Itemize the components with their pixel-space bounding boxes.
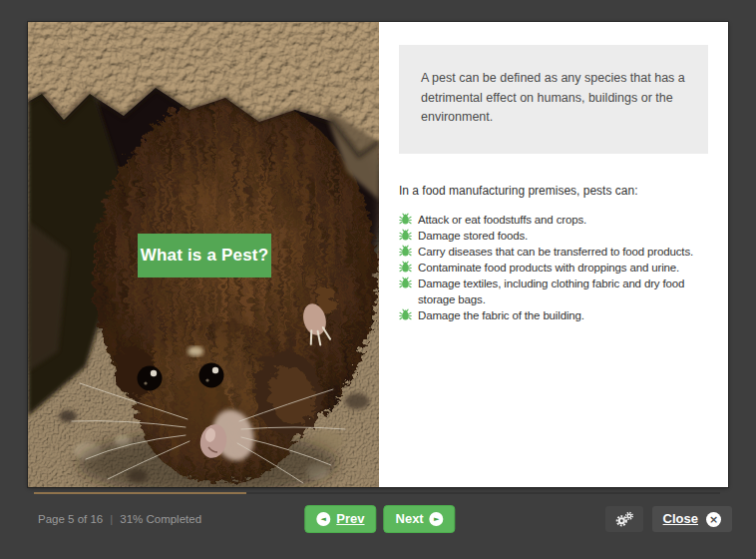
slide-navigation: ◄ Prev Next ► <box>304 505 455 533</box>
prev-button[interactable]: ◄ Prev <box>304 505 376 533</box>
list-item: Damage stored foods. <box>399 228 708 244</box>
list-item-text: Damage the fabric of the building. <box>418 307 584 323</box>
settings-button[interactable] <box>605 506 643 532</box>
page-info-separator: | <box>110 513 113 525</box>
pest-effects-list: Attack or eat foodstuffs and crops. Dama… <box>399 212 708 323</box>
text-panel: A pest can be defined as any species tha… <box>379 22 728 487</box>
list-item-text: Damage stored foods. <box>418 228 528 244</box>
next-button[interactable]: Next ► <box>384 505 456 533</box>
next-button-label: Next <box>396 512 424 526</box>
list-item-text: Attack or eat foodstuffs and crops. <box>418 212 586 228</box>
definition-box: A pest can be defined as any species tha… <box>399 45 708 154</box>
list-item-text: Carry diseases that can be transferred t… <box>418 244 693 260</box>
slide-title-overlay: What is a Pest? <box>138 234 271 278</box>
player-controls: Close × <box>605 506 732 532</box>
prev-button-label: Prev <box>336 512 364 526</box>
bug-icon <box>399 308 412 321</box>
rat-eye-right <box>199 363 224 388</box>
chevron-circle-right-icon: ► <box>430 512 444 526</box>
list-item: Contaminate food products with droppings… <box>399 260 708 276</box>
bug-icon <box>399 277 412 289</box>
bug-icon <box>399 245 412 258</box>
close-button-label: Close <box>663 511 698 527</box>
footer-bar: Page 5 of 16 | 31% Completed ◄ Prev Next… <box>28 502 732 536</box>
rat-eye-left <box>138 366 163 391</box>
definition-text: A pest can be defined as any species tha… <box>421 69 686 128</box>
close-circle-icon: × <box>706 512 721 527</box>
completion-text: 31% Completed <box>120 513 201 525</box>
gears-icon <box>614 511 634 527</box>
chevron-circle-left-icon: ◄ <box>316 512 330 526</box>
intro-text: In a food manufacturing premises, pests … <box>399 184 708 199</box>
bug-icon <box>399 261 412 274</box>
slide-content: What is a Pest? A pest can be defined as… <box>28 22 728 487</box>
progress-bar <box>34 492 720 494</box>
list-item: Attack or eat foodstuffs and crops. <box>399 212 708 228</box>
bug-icon <box>399 229 412 242</box>
page-info: Page 5 of 16 | 31% Completed <box>38 513 201 525</box>
list-item-text: Contaminate food products with droppings… <box>418 260 679 276</box>
page-number-text: Page 5 of 16 <box>38 513 103 525</box>
progress-fill <box>34 492 246 494</box>
bug-icon <box>399 213 412 226</box>
list-item-text: Damage textiles, including clothing fabr… <box>418 276 708 307</box>
list-item: Carry diseases that can be transferred t… <box>399 244 708 260</box>
rat-photo: What is a Pest? <box>28 22 379 487</box>
list-item: Damage textiles, including clothing fabr… <box>399 276 708 307</box>
close-button[interactable]: Close × <box>652 506 732 532</box>
list-item: Damage the fabric of the building. <box>399 307 708 323</box>
